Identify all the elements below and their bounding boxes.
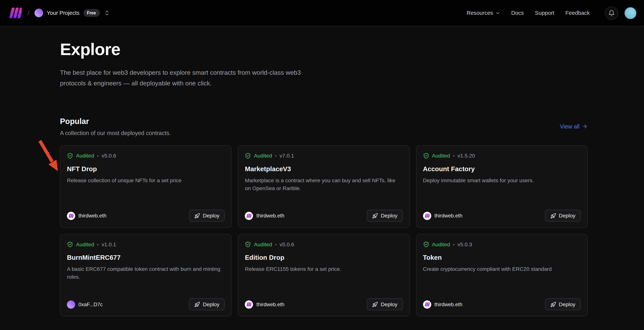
contract-card[interactable]: Audited • v1.0.1 BurnMintERC677 A basic … <box>60 234 232 316</box>
breadcrumb: / Your Projects Free <box>9 7 111 18</box>
popular-subtitle: A collection of our most deployed contra… <box>60 130 171 136</box>
card-title: Edition Drop <box>245 254 403 261</box>
card-footer: thirdweb.eth Deploy <box>423 210 581 222</box>
contract-card[interactable]: Audited • v5.0.6 NFT Drop Release collec… <box>60 145 232 228</box>
deploy-button-label: Deploy <box>559 301 576 307</box>
nav-resources-label: Resources <box>467 10 493 16</box>
deploy-button[interactable]: Deploy <box>189 298 225 310</box>
publisher-link[interactable]: thirdweb.eth <box>67 212 106 220</box>
shield-check-icon <box>67 241 73 247</box>
version-label: v5.0.6 <box>102 153 116 159</box>
card-description: A basic ERC677 compatible token contract… <box>67 265 225 281</box>
audited-label: Audited <box>254 153 272 159</box>
dot-separator: • <box>453 153 454 158</box>
card-description: Deploy immutable smart wallets for your … <box>423 176 581 184</box>
deploy-button-label: Deploy <box>381 301 398 307</box>
dot-separator: • <box>453 242 454 247</box>
contract-card[interactable]: Audited • v5.0.6 Edition Drop Release ER… <box>238 234 410 316</box>
deploy-button[interactable]: Deploy <box>189 210 225 222</box>
thirdweb-logo[interactable] <box>9 7 22 18</box>
deploy-button-label: Deploy <box>203 213 220 219</box>
contract-card[interactable]: Audited • v1.5.20 Account Factory Deploy… <box>416 145 588 228</box>
nav-feedback[interactable]: Feedback <box>566 10 590 16</box>
user-avatar[interactable] <box>624 7 637 19</box>
card-badge-row: Audited • v1.0.1 <box>67 241 225 247</box>
notifications-button[interactable] <box>605 6 618 19</box>
team-name-link[interactable]: Your Projects <box>47 10 80 16</box>
view-all-label: View all <box>560 123 580 130</box>
deploy-button-label: Deploy <box>381 213 398 219</box>
top-navigation-bar: / Your Projects Free Resources Docs Supp… <box>0 0 644 26</box>
popular-title: Popular <box>60 117 171 126</box>
rocket-icon <box>194 302 200 307</box>
card-description: Release collection of unique NFTs for a … <box>67 176 225 184</box>
card-title: MarketplaceV3 <box>245 165 403 173</box>
chevrons-up-down-icon <box>104 10 110 16</box>
shield-check-icon <box>423 153 429 159</box>
card-description: Marketplace is a contract where you can … <box>245 176 403 192</box>
nav-resources[interactable]: Resources <box>467 10 500 16</box>
publisher-link[interactable]: thirdweb.eth <box>245 300 284 309</box>
page-title: Explore <box>60 40 588 59</box>
nav-support[interactable]: Support <box>535 10 554 16</box>
publisher-name: thirdweb.eth <box>434 302 462 307</box>
audited-label: Audited <box>432 241 450 247</box>
version-label: v7.0.1 <box>280 153 294 159</box>
contract-card[interactable]: Audited • v5.0.3 Token Create cryptocurr… <box>416 234 588 316</box>
shield-check-icon <box>245 241 251 247</box>
publisher-link[interactable]: thirdweb.eth <box>245 212 284 220</box>
thirdweb-mini-logo-icon <box>246 213 251 218</box>
dot-separator: • <box>275 242 277 247</box>
main-content: Explore The best place for web3 develope… <box>0 26 588 316</box>
card-footer: thirdweb.eth Deploy <box>67 210 225 222</box>
publisher-avatar-thirdweb <box>245 300 253 309</box>
view-all-link[interactable]: View all <box>560 123 588 130</box>
contract-card[interactable]: Audited • v7.0.1 MarketplaceV3 Marketpla… <box>238 145 410 228</box>
card-description: Create cryptocurrency compliant with ERC… <box>423 265 581 273</box>
rocket-icon <box>372 302 378 307</box>
version-label: v1.0.1 <box>102 241 116 247</box>
deploy-button[interactable]: Deploy <box>545 210 581 222</box>
deploy-button-label: Deploy <box>559 213 576 219</box>
shield-check-icon <box>423 241 429 247</box>
thirdweb-mini-logo-icon <box>424 213 430 218</box>
card-footer: thirdweb.eth Deploy <box>423 298 581 310</box>
version-label: v5.0.6 <box>280 241 294 247</box>
card-badge-row: Audited • v5.0.6 <box>245 241 403 247</box>
deploy-button[interactable]: Deploy <box>367 210 403 222</box>
publisher-avatar-thirdweb <box>423 300 431 309</box>
project-avatar[interactable] <box>34 8 43 17</box>
publisher-name: thirdweb.eth <box>256 213 284 219</box>
card-title: BurnMintERC677 <box>67 254 225 261</box>
publisher-avatar-thirdweb <box>67 212 75 220</box>
card-description: Release ERC1155 tokens for a set price. <box>245 265 403 273</box>
breadcrumb-separator: / <box>28 9 30 17</box>
arrow-right-icon <box>582 124 588 129</box>
publisher-link[interactable]: thirdweb.eth <box>423 212 462 220</box>
project-switcher-button[interactable] <box>103 9 111 17</box>
version-label: v1.5.20 <box>458 153 475 159</box>
popular-heading-group: Popular A collection of our most deploye… <box>60 117 171 136</box>
dot-separator: • <box>97 153 98 158</box>
deploy-button[interactable]: Deploy <box>545 298 581 310</box>
card-title: NFT Drop <box>67 165 225 173</box>
publisher-name: thirdweb.eth <box>434 213 462 219</box>
deploy-button[interactable]: Deploy <box>367 298 403 310</box>
rocket-icon <box>550 213 556 219</box>
top-nav-links: Resources Docs Support Feedback <box>467 6 637 19</box>
card-badge-row: Audited • v7.0.1 <box>245 153 403 159</box>
nav-docs[interactable]: Docs <box>511 10 524 16</box>
thirdweb-mini-logo-icon <box>424 302 430 307</box>
dot-separator: • <box>97 242 98 247</box>
card-title: Account Factory <box>423 165 581 173</box>
publisher-link[interactable]: 0xaF...D7c <box>67 300 103 309</box>
audited-label: Audited <box>432 153 450 159</box>
thirdweb-logo-icon <box>9 7 22 18</box>
publisher-link[interactable]: thirdweb.eth <box>423 300 462 309</box>
card-footer: 0xaF...D7c Deploy <box>67 298 225 310</box>
publisher-name: 0xaF...D7c <box>78 302 103 307</box>
card-footer: thirdweb.eth Deploy <box>245 210 403 222</box>
thirdweb-mini-logo-icon <box>246 302 251 307</box>
audited-label: Audited <box>254 241 272 247</box>
cards-grid: Audited • v5.0.6 NFT Drop Release collec… <box>60 145 588 317</box>
